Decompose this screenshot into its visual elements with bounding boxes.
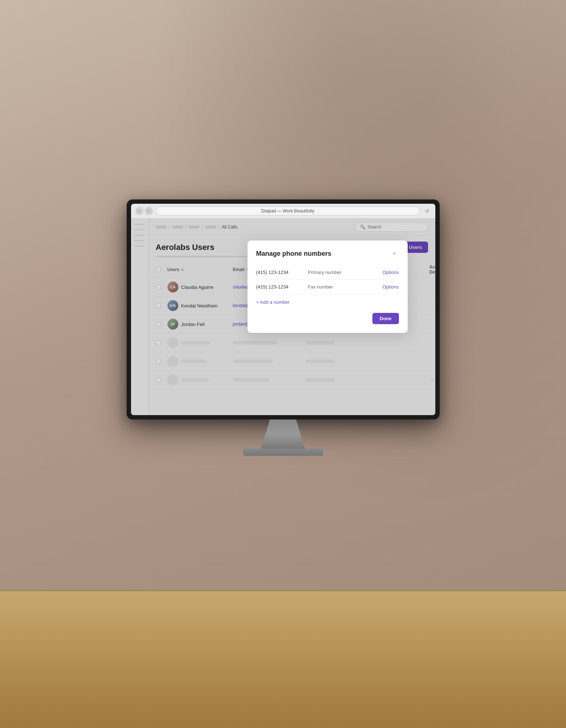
phone-row-2: (415) 123-1234 Fax number Options: [256, 280, 399, 294]
stand-base: [243, 449, 323, 456]
reload-button[interactable]: ↺: [423, 207, 431, 215]
phone-options-2[interactable]: Options: [383, 284, 399, 290]
url-bar[interactable]: Dialpad — Work Beautifully: [156, 207, 420, 215]
modal-overlay: Manage phone numbers × (415) 123-1234 Pr…: [149, 219, 435, 415]
main-content: / / / / All Calls 🔍: [149, 219, 435, 415]
monitor: ‹ › Dialpad — Work Beautifully ↺: [127, 199, 440, 456]
browser-chrome: ‹ › Dialpad — Work Beautifully ↺: [131, 204, 435, 219]
screen: / / / / All Calls 🔍: [131, 219, 435, 415]
forward-button[interactable]: ›: [145, 207, 153, 215]
desk-surface: [0, 590, 566, 728]
modal-title: Manage phone numbers: [256, 250, 332, 258]
manage-phone-modal: Manage phone numbers × (415) 123-1234 Pr…: [248, 240, 408, 333]
done-button[interactable]: Done: [372, 313, 399, 324]
phone-number-1: (415) 123-1234: [256, 270, 304, 275]
stand-neck: [261, 419, 305, 449]
phone-options-1[interactable]: Options: [383, 270, 399, 275]
add-number-row[interactable]: + Add a number: [256, 294, 399, 310]
phone-type-1: Primary number: [308, 270, 378, 275]
phone-row-1: (415) 123-1234 Primary number Options: [256, 265, 399, 280]
phone-type-2: Fax number: [308, 284, 378, 290]
modal-footer: Done: [256, 313, 399, 324]
modal-close-button[interactable]: ×: [390, 249, 399, 258]
modal-header: Manage phone numbers ×: [256, 249, 399, 258]
monitor-stand: [243, 419, 323, 456]
add-number-text: + Add a number: [256, 299, 290, 305]
monitor-bezel: ‹ › Dialpad — Work Beautifully ↺: [127, 199, 440, 419]
phone-number-2: (415) 123-1234: [256, 284, 304, 290]
back-button[interactable]: ‹: [135, 207, 143, 215]
